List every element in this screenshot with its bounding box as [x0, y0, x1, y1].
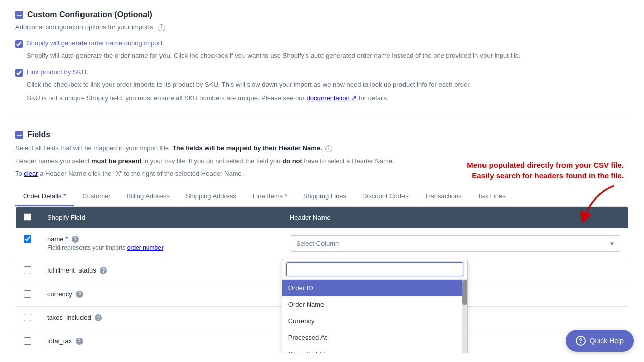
field-name-total-tax: total_tax ?	[47, 337, 274, 345]
checkbox-order-name-desc: Shopify will auto-generate the order nam…	[27, 51, 629, 61]
dropdown-item-currency[interactable]: Currency	[282, 313, 467, 329]
row-checkbox-cell-fulfillment	[16, 259, 40, 283]
dropdown-item-order-id[interactable]: Order ID	[282, 280, 467, 296]
field-name-taxes: taxes_included ?	[47, 314, 274, 322]
quick-help-label: Quick Help	[590, 337, 624, 345]
scrollbar-thumb	[462, 280, 467, 305]
field-name-cell-taxes: taxes_included ?	[39, 306, 282, 330]
field-name-cell-total-tax: total_tax ?	[39, 330, 282, 353]
fields-header: Fields	[15, 130, 629, 139]
row-checkbox-cell-currency	[16, 283, 40, 306]
dropdown-item-processed-at[interactable]: Processed At	[282, 329, 467, 346]
info-icon-fields[interactable]: i	[325, 145, 332, 152]
shopify-field-header: Shopify Field	[39, 207, 282, 228]
row-checkbox-fulfillment[interactable]	[24, 266, 31, 274]
fields-section: Fields Select all fields that will be ma…	[15, 130, 629, 354]
field-name-cell-currency: currency ?	[39, 283, 282, 306]
dropdown-search-input[interactable]	[286, 262, 463, 276]
field-name-cell-name: name * ? Field represents your imports o…	[39, 228, 282, 259]
help-icon-name[interactable]: ?	[72, 236, 79, 243]
field-name-name: name * ?	[47, 235, 274, 243]
table-body: name * ? Field represents your imports o…	[16, 228, 629, 354]
field-desc-name: Field represents your imports order numb…	[47, 244, 274, 251]
row-checkbox-currency[interactable]	[24, 290, 31, 298]
help-icon-fulfillment[interactable]: ?	[100, 267, 107, 274]
annotation-text: Menu populated directly from your CSV fi…	[467, 160, 624, 181]
row-checkbox-cell-name	[16, 228, 40, 259]
dropdown-search	[282, 259, 467, 280]
help-icon-total-tax[interactable]: ?	[76, 338, 83, 345]
select-column-btn-name[interactable]: Select Column ▾	[290, 235, 620, 252]
quick-help-button[interactable]: ? Quick Help	[566, 330, 634, 352]
tab-transactions[interactable]: Transactions	[417, 187, 470, 206]
row-checkbox-total-tax[interactable]	[24, 337, 31, 345]
tab-line-items[interactable]: Line Items *	[245, 187, 295, 206]
tab-shipping-address[interactable]: Shipping Address	[178, 187, 245, 206]
tab-order-details[interactable]: Order Details *	[15, 187, 74, 206]
checkbox-group-order-name: Shopify will generate order name during …	[15, 39, 629, 61]
collapse-icon[interactable]	[15, 11, 23, 19]
header-checkbox-cell	[16, 207, 40, 228]
field-name-currency: currency ?	[47, 290, 274, 298]
custom-config-desc: Additional configuration options for you…	[15, 23, 629, 31]
dropdown-scrollbar	[462, 280, 467, 354]
row-checkbox-cell-total-tax	[16, 330, 40, 353]
custom-config-section: Custom Configuration (Optional) Addition…	[15, 10, 629, 103]
select-all-checkbox[interactable]	[24, 213, 31, 221]
help-icon-currency[interactable]: ?	[76, 291, 83, 298]
dropdown-item-order-name[interactable]: Order Name	[282, 296, 467, 313]
checkbox-sku[interactable]	[15, 69, 23, 77]
checkbox-group-sku: Link product by SKU. Click the checkbox …	[15, 68, 629, 103]
checkbox-sku-desc2: SKU is not a unique Shopify field, you m…	[27, 93, 629, 103]
quick-help-icon: ?	[576, 336, 586, 346]
tab-customer[interactable]: Customer	[74, 187, 118, 206]
checkbox-label-sku[interactable]: Link product by SKU.	[15, 68, 629, 77]
order-number-link[interactable]: order number	[127, 244, 163, 251]
header-name-cell-name: Select Column ▾ Order ID Order Name C	[282, 228, 629, 259]
row-checkbox-cell-taxes	[16, 306, 40, 330]
checkbox-sku-desc1: Click the checkbox to link your order im…	[27, 80, 629, 90]
checkbox-sku-label: Link product by SKU.	[27, 68, 88, 76]
info-icon-config[interactable]: i	[158, 24, 165, 31]
checkbox-order-name-label: Shopify will generate order name during …	[27, 39, 164, 47]
checkbox-order-name[interactable]	[15, 40, 23, 48]
clear-link[interactable]: clear	[24, 170, 38, 177]
custom-config-title: Custom Configuration (Optional)	[27, 10, 152, 19]
fields-title: Fields	[27, 130, 50, 139]
custom-config-header: Custom Configuration (Optional)	[15, 10, 629, 19]
dropdown-list: Order ID Order Name Currency Processed A…	[282, 280, 467, 354]
checkbox-label-order-name[interactable]: Shopify will generate order name during …	[15, 39, 629, 48]
fields-table: Shopify Field Header Name name * ? F	[15, 207, 629, 354]
field-name-cell-fulfillment: fulfillment_status ?	[39, 259, 282, 283]
row-checkbox-name[interactable]	[24, 235, 31, 243]
dropdown-open: Order ID Order Name Currency Processed A…	[282, 259, 468, 354]
fields-intro-1: Select all fields that will be mapped in…	[15, 143, 629, 153]
annotation-box: Menu populated directly from your CSV fi…	[467, 160, 624, 223]
documentation-link[interactable]: documentation ↗	[306, 94, 357, 102]
help-icon-taxes[interactable]: ?	[95, 314, 102, 321]
field-name-fulfillment: fulfillment_status ?	[47, 266, 274, 275]
tab-billing-address[interactable]: Billing Address	[119, 187, 178, 206]
annotation-arrow	[564, 183, 624, 223]
row-checkbox-taxes[interactable]	[24, 314, 31, 321]
tab-discount-codes[interactable]: Discount Codes	[354, 187, 417, 206]
dropdown-item-cancelled-at[interactable]: Cancelled At	[282, 346, 467, 354]
fields-collapse-icon[interactable]	[15, 131, 23, 139]
tab-shipping-lines[interactable]: Shipping Lines	[295, 187, 354, 206]
table-row: name * ? Field represents your imports o…	[16, 228, 629, 259]
